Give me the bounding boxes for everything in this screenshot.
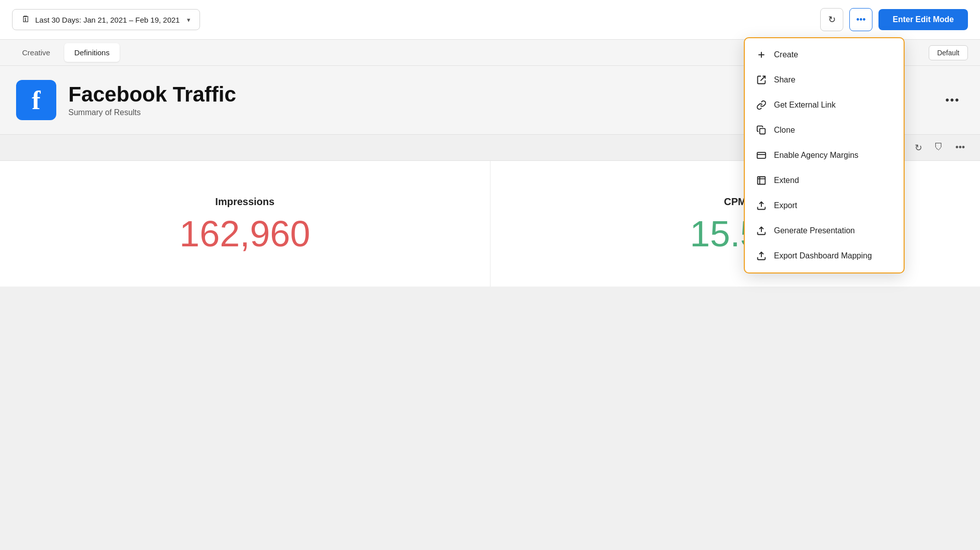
menu-item-export[interactable]: Export [745,193,904,218]
facebook-logo: f [16,80,56,120]
menu-item-create[interactable]: Create [745,42,904,67]
clone-icon [756,125,767,136]
cpm-stat: CPM 15.55 [491,161,981,287]
metrics-more-icon: ••• [955,142,965,152]
chevron-down-icon: ▾ [187,16,190,24]
refresh-icon: ↻ [828,14,836,25]
svg-rect-2 [760,129,765,134]
menu-clone-label: Clone [774,126,795,135]
dashboard-subtitle: Summary of Results [68,108,236,117]
svg-rect-5 [758,177,765,185]
default-badge[interactable]: Default [929,45,968,60]
menu-item-extend[interactable]: Extend [745,168,904,193]
menu-item-share[interactable]: Share [745,67,904,93]
menu-item-export-dashboard[interactable]: Export Dashboard Mapping [745,243,904,268]
share-icon [756,74,767,85]
dashboard-title: Facebook Traffic [68,83,236,106]
metrics-filter-button[interactable]: ⛉ [931,139,946,156]
top-bar: 🗓 Last 30 Days: Jan 21, 2021 – Feb 19, 2… [0,0,980,40]
plus-icon [756,49,767,60]
export-map-icon [756,250,767,261]
svg-rect-3 [757,152,766,158]
menu-extend-label: Extend [774,176,799,185]
refresh-button[interactable]: ↻ [820,8,843,31]
menu-export-dashboard-label: Export Dashboard Mapping [774,251,872,260]
enter-edit-mode-button[interactable]: Enter Edit Mode [878,9,968,30]
menu-export-label: Export [774,201,797,210]
metrics-controls: ↻ ⛉ ••• [912,139,980,156]
dashboard-title-block: Facebook Traffic Summary of Results [68,83,236,117]
menu-generate-presentation-label: Generate Presentation [774,226,855,235]
top-bar-actions: ↻ ••• Enter Edit Mode [820,8,968,31]
impressions-value: 162,960 [179,216,310,252]
tab-definitions[interactable]: Definitions [64,43,120,62]
menu-item-generate-presentation[interactable]: Generate Presentation [745,218,904,243]
dashboard-more-button[interactable]: ••• [941,89,964,111]
link-icon [756,100,767,111]
menu-item-external-link[interactable]: Get External Link [745,93,904,118]
dropdown-menu: Create Share Get External Link [744,37,905,273]
more-options-button[interactable]: ••• [849,8,872,31]
date-range-text: Last 30 Days: Jan 21, 2021 – Feb 19, 202… [35,16,180,24]
ellipsis-icon: ••• [945,94,960,106]
metrics-more-button[interactable]: ••• [952,139,968,156]
impressions-label: Impressions [215,196,274,208]
export-icon [756,200,767,211]
menu-item-clone[interactable]: Clone [745,118,904,143]
margins-icon [756,150,767,161]
metrics-refresh-icon: ↻ [915,143,922,153]
more-icon: ••• [856,15,866,25]
impressions-stat: Impressions 162,960 [0,161,491,287]
menu-item-agency-margins[interactable]: Enable Agency Margins [745,143,904,168]
menu-external-link-label: Get External Link [774,101,836,110]
menu-agency-margins-label: Enable Agency Margins [774,151,858,160]
metrics-refresh-button[interactable]: ↻ [912,139,925,156]
cpm-label: CPM [724,196,746,208]
tab-creative[interactable]: Creative [12,43,60,62]
extend-icon [756,175,767,186]
menu-create-label: Create [774,50,798,59]
date-range-picker[interactable]: 🗓 Last 30 Days: Jan 21, 2021 – Feb 19, 2… [12,9,200,30]
menu-share-label: Share [774,75,796,84]
filter-icon: ⛉ [934,142,943,152]
presentation-icon [756,225,767,236]
calendar-icon: 🗓 [22,15,30,25]
